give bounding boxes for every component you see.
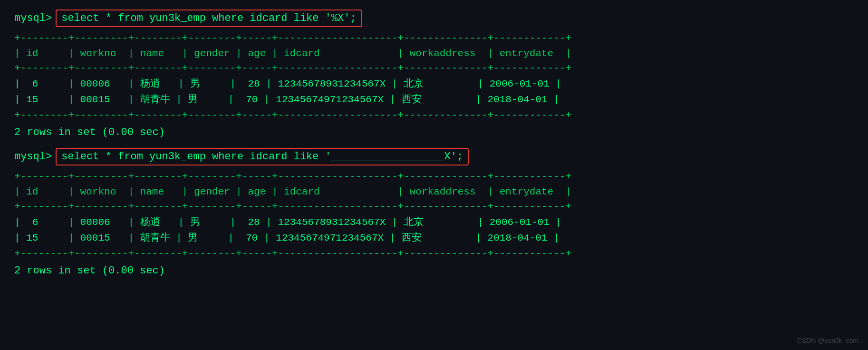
sql-command-2: select * from yun3k_emp where idcard lik… bbox=[56, 148, 469, 165]
query-block-2: mysql> select * from yun3k_emp where idc… bbox=[14, 148, 854, 277]
separator-mid-1: +--------+---------+--------+--------+--… bbox=[14, 61, 854, 76]
watermark: CSDN @yun3k_com bbox=[797, 337, 858, 344]
table-row-1-1: | 6 | 00006 | 杨逍 | 男 | 28 | 123456789312… bbox=[14, 76, 854, 92]
table-row-2-1: | 6 | 00006 | 杨逍 | 男 | 28 | 123456789312… bbox=[14, 214, 854, 231]
separator-bottom-1: +--------+---------+--------+--------+--… bbox=[14, 108, 854, 123]
separator-top-2: +--------+---------+--------+--------+--… bbox=[14, 169, 854, 185]
table-row-2-2: | 15 | 00015 | 胡青牛 | 男 | 70 | 1234567497… bbox=[14, 230, 854, 246]
rows-info-2: 2 rows in set (0.00 sec) bbox=[14, 265, 854, 277]
prompt-2: mysql> bbox=[14, 151, 52, 163]
prompt-1: mysql> bbox=[14, 12, 52, 24]
sql-command-1: select * from yun3k_emp where idcard lik… bbox=[56, 10, 362, 27]
table-header-2: | id | workno | name | gender | age | id… bbox=[14, 185, 854, 200]
prompt-line-2: mysql> select * from yun3k_emp where idc… bbox=[14, 148, 854, 165]
separator-top-1: +--------+---------+--------+--------+--… bbox=[14, 31, 854, 46]
separator-bottom-2: +--------+---------+--------+--------+--… bbox=[14, 246, 854, 262]
rows-info-1: 2 rows in set (0.00 sec) bbox=[14, 126, 854, 138]
table-row-1-2: | 15 | 00015 | 胡青牛 | 男 | 70 | 1234567497… bbox=[14, 92, 854, 108]
table-header-1: | id | workno | name | gender | age | id… bbox=[14, 46, 854, 61]
prompt-line-1: mysql> select * from yun3k_emp where idc… bbox=[14, 10, 854, 27]
query-block-1: mysql> select * from yun3k_emp where idc… bbox=[14, 10, 854, 138]
separator-mid-2: +--------+---------+--------+--------+--… bbox=[14, 199, 854, 214]
